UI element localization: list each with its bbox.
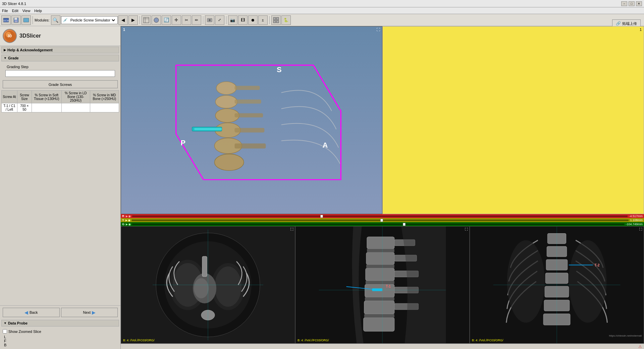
coronal-label: B: 4: //Vol.//FC03/ORG/ xyxy=(472,339,503,342)
axial-ct-svg xyxy=(153,230,263,340)
tb-separator-3 xyxy=(203,16,203,24)
tb-btn3[interactable] xyxy=(21,15,31,25)
svg-rect-60 xyxy=(366,281,394,284)
tb-python-icon[interactable]: 🐍 xyxy=(281,15,291,25)
col-md-bone: % Screw in MD Bone (>250HU) xyxy=(90,91,119,103)
tb-separator-2 xyxy=(140,16,140,24)
search-icon[interactable]: 🔍 xyxy=(51,15,60,25)
menu-edit[interactable]: Edit xyxy=(12,9,18,13)
sagittal-view[interactable]: T-1 B: 4: //Vol.//FC03/ORG/ ⛶ xyxy=(295,226,470,344)
axial-label: B: 4: //Vol.//FC03/ORG/ xyxy=(123,339,155,342)
menu-help[interactable]: Help xyxy=(34,9,42,13)
tb-3d-icon[interactable] xyxy=(152,15,161,25)
yellow-panel: 1 xyxy=(382,26,644,214)
back-button[interactable]: ◀ Back xyxy=(3,308,60,317)
spine-svg: S P A xyxy=(121,27,382,214)
svg-point-20 xyxy=(215,95,237,108)
axial-view[interactable]: B: 4: //Vol.//FC03/ORG/ ⛶ xyxy=(121,226,295,344)
data-probe-header[interactable]: ▼ Data Probe xyxy=(1,320,119,327)
tb-arrows-icon[interactable]: ⤢ xyxy=(215,15,224,25)
minimize-button[interactable]: − xyxy=(621,1,627,6)
sagittal-ct-svg: T-1 xyxy=(296,227,469,343)
module-icon: 💉 xyxy=(63,18,68,22)
slice-r-label: R xyxy=(122,214,124,218)
tb-arrow-left[interactable]: ◀ xyxy=(118,15,128,25)
grade-section-label: Grade xyxy=(8,56,19,60)
slice-controls: R ▶ ◼ -4.517mm Y ▶ ◼ 1.108mm G ▶ ◼ xyxy=(121,214,644,226)
main-area: 3D 3DSlicer ▶ Help & Acknowledgement ▼ G… xyxy=(0,26,644,349)
grade-screws-button[interactable]: Grade Screws xyxy=(3,80,118,88)
probe-l: L xyxy=(4,335,116,339)
left-panel-spacer xyxy=(0,112,120,305)
grading-step-input[interactable] xyxy=(5,70,115,77)
tb-load-btn[interactable]: DCM xyxy=(1,15,11,25)
coronal-expand-btn[interactable]: ⛶ xyxy=(639,228,642,231)
cell-md-bone xyxy=(90,103,119,112)
col-ld-bone: % Screw in LD Bone (130-250HU) xyxy=(61,91,90,103)
dir-s-label: S xyxy=(277,65,282,74)
yellow-panel-label: 1 xyxy=(640,28,642,32)
svg-rect-27 xyxy=(234,113,263,117)
tb-separator-5 xyxy=(269,16,270,24)
slice-r-thumb xyxy=(320,215,323,218)
next-label: Next xyxy=(83,310,91,314)
tb-capture-icon[interactable] xyxy=(205,15,214,25)
tb-film-icon[interactable]: 🎞 xyxy=(238,15,248,25)
slice-y-slider[interactable] xyxy=(132,219,629,221)
dir-p-label: P xyxy=(180,139,185,147)
module-selector[interactable]: 💉 Pedicle Screw Simulator xyxy=(61,16,118,24)
app-title: 3D Slicer 4.8.1 xyxy=(2,2,26,6)
svg-rect-4 xyxy=(15,20,17,22)
slice-g-label: G xyxy=(122,222,124,226)
close-button[interactable]: ✕ xyxy=(636,1,642,6)
cell-ld-bone xyxy=(61,103,90,112)
tb-view-icon[interactable] xyxy=(271,15,281,25)
data-probe-arrow-icon: ▼ xyxy=(4,321,7,325)
svg-text:T-1: T-1 xyxy=(386,285,391,288)
slice-g-bar: G ▶ ◼ -104.749mm xyxy=(121,222,644,226)
coronal-view[interactable]: T-2 B: 4: //Vol.//FC03/ORG/ ⛶ https://ch… xyxy=(470,226,644,344)
tb-separator-4 xyxy=(226,16,226,24)
bottom-views: B: 4: //Vol.//FC03/ORG/ ⛶ xyxy=(121,226,644,344)
module-dropdown[interactable]: Pedicle Screw Simulator xyxy=(69,18,116,22)
axial-expand-btn[interactable]: ⛶ xyxy=(290,228,293,231)
show-zoomed-row: Show Zoomed Slice xyxy=(3,329,118,334)
svg-text:3D: 3D xyxy=(8,34,12,38)
col-screw-size: Screw Size xyxy=(17,91,32,103)
next-button[interactable]: Next ▶ xyxy=(61,308,118,317)
sagittal-label: B: 4: //Vol.//FC03/ORG/ xyxy=(298,339,329,342)
maximize-button[interactable]: □ xyxy=(629,1,635,6)
tb-pencil-icon[interactable]: ✏ xyxy=(192,15,201,25)
tb-plus-minus-icon[interactable]: ± xyxy=(258,15,268,25)
menu-view[interactable]: View xyxy=(22,9,31,13)
help-section-header[interactable]: ▶ Help & Acknowledgement xyxy=(1,47,119,53)
tb-scissors-icon[interactable]: ✂ xyxy=(182,15,191,25)
slice-g-thumb xyxy=(403,223,406,226)
tb-arrow-right[interactable]: ▶ xyxy=(128,15,138,25)
grade-section-header[interactable]: ▼ Grade xyxy=(1,55,119,61)
back-arrow-icon: ◀ xyxy=(24,310,28,315)
tb-refresh-icon[interactable]: 🔄 xyxy=(162,15,171,25)
tb-record-icon[interactable]: ⏺ xyxy=(248,15,258,25)
tb-camera-icon[interactable]: 📷 xyxy=(228,15,237,25)
svg-rect-14 xyxy=(273,20,276,23)
tb-crosshair-icon[interactable]: ✛ xyxy=(172,15,181,25)
help-section-label: Help & Acknowledgement xyxy=(7,48,53,52)
svg-rect-25 xyxy=(234,86,260,90)
svg-point-46 xyxy=(194,278,209,298)
slicer-logo: 3D xyxy=(3,29,17,43)
menu-file[interactable]: File xyxy=(2,9,8,13)
help-arrow-icon: ▶ xyxy=(4,48,6,52)
sagittal-expand-btn[interactable]: ⛶ xyxy=(465,228,468,231)
cell-screw-at: T-1 / C1 / Left xyxy=(2,103,17,112)
col-soft-tissue: % Screw in Soft Tissue (<130HU) xyxy=(32,91,61,103)
view3d-panel[interactable]: 1 xyxy=(121,26,382,214)
show-zoomed-checkbox[interactable] xyxy=(3,329,7,334)
slice-r-slider[interactable] xyxy=(132,215,628,217)
slice-y-icons: ▶ ◼ xyxy=(125,219,130,222)
slice-y-thumb xyxy=(380,219,383,222)
slice-g-slider[interactable] xyxy=(132,223,624,225)
expand-3d-btn[interactable]: ⛶ xyxy=(376,28,380,32)
tb-table-icon[interactable] xyxy=(142,15,151,25)
tb-save-btn[interactable] xyxy=(11,15,21,25)
